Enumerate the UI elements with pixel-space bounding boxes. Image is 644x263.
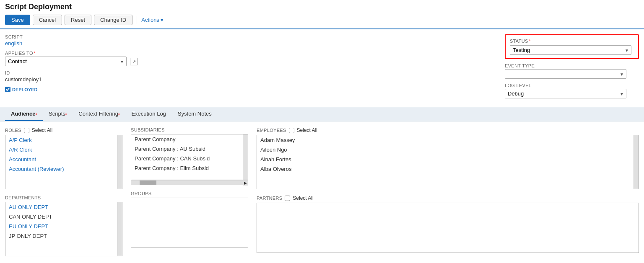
list-item[interactable]: JP ONLY DEPT — [5, 231, 122, 241]
applies-to-label: APPLIES TO* — [5, 51, 505, 56]
list-item[interactable]: Parent Company : Elim Subsid — [131, 163, 248, 173]
employees-list: Adam Massey Aileen Ngo Ainah Fortes Alba… — [257, 135, 639, 189]
tab-audience[interactable]: Audience• — [5, 107, 43, 121]
tabs-bar: Audience• Scripts• Context Filtering• Ex… — [0, 107, 644, 121]
departments-list: AU ONLY DEPT CAN ONLY DEPT EU ONLY DEPT … — [5, 202, 122, 256]
list-item[interactable]: Adam Massey — [257, 135, 639, 145]
groups-list — [131, 198, 248, 248]
list-item[interactable]: Accountant (Reviewer) — [5, 164, 122, 174]
toolbar-divider — [137, 16, 137, 24]
external-link-icon[interactable]: ↗ — [130, 58, 138, 65]
tab-execution-log[interactable]: Execution Log — [125, 107, 171, 121]
tab-system-notes[interactable]: System Notes — [172, 107, 218, 121]
event-type-label: EVENT TYPE — [505, 63, 639, 68]
employees-title: EMPLOYEES — [257, 128, 286, 133]
change-id-button[interactable]: Change ID — [94, 15, 132, 25]
list-item[interactable]: Parent Company — [131, 134, 248, 144]
status-select[interactable]: Testing Released Not Scheduled — [510, 45, 631, 55]
partners-list — [257, 203, 639, 253]
partners-title: PARTNERS — [257, 196, 282, 201]
page-title: Script Deployment — [5, 3, 639, 11]
roles-list: A/P Clerk A/R Clerk Accountant Accountan… — [5, 135, 122, 189]
list-item[interactable]: Parent Company : CAN Subsid — [131, 154, 248, 163]
employees-select-all-checkbox[interactable] — [289, 128, 294, 133]
list-item[interactable]: Accountant — [5, 155, 122, 164]
list-item[interactable]: Ainah Fortes — [257, 155, 639, 164]
departments-title: DEPARTMENTS — [5, 195, 41, 200]
tab-scripts[interactable]: Scripts• — [43, 107, 73, 121]
scrollbar[interactable] — [634, 135, 639, 189]
partners-select-all-checkbox[interactable] — [285, 196, 290, 201]
roles-title: ROLES — [5, 128, 21, 133]
partners-select-all-label: Select All — [293, 195, 313, 201]
list-item[interactable]: EU ONLY DEPT — [5, 222, 122, 231]
tab-context-filtering[interactable]: Context Filtering• — [73, 107, 125, 121]
event-type-select[interactable] — [505, 69, 626, 79]
applies-to-select[interactable]: Contact — [5, 57, 127, 66]
scrollbar[interactable] — [117, 202, 122, 256]
log-level-select[interactable]: Debug Audit Error Emergency System — [505, 89, 626, 98]
scroll-right-arrow[interactable]: ▶ — [243, 180, 248, 186]
roles-select-all-label: Select All — [32, 127, 52, 133]
deployed-label: DEPLOYED — [12, 87, 38, 92]
list-item[interactable]: AU ONLY DEPT — [5, 202, 122, 212]
employees-select-all-label: Select All — [297, 127, 317, 133]
roles-select-all-checkbox[interactable] — [24, 128, 29, 133]
list-item[interactable]: Parent Company : AU Subsid — [131, 144, 248, 154]
scrollbar[interactable] — [243, 134, 248, 180]
list-item[interactable]: Alba Olveros — [257, 164, 639, 174]
log-level-label: LOG LEVEL — [505, 83, 639, 88]
subsidiaries-list: Parent Company Parent Company : AU Subsi… — [131, 134, 248, 180]
list-item[interactable]: A/R Clerk — [5, 145, 122, 155]
groups-title: GROUPS — [131, 191, 151, 196]
status-label: STATUS* — [510, 39, 634, 44]
id-value: customdeploy1 — [5, 76, 505, 83]
list-item[interactable]: A/P Clerk — [5, 135, 122, 145]
subsidiaries-title: SUBSIDIARIES — [131, 127, 165, 132]
list-item[interactable]: Aileen Ngo — [257, 145, 639, 155]
scrollbar[interactable] — [117, 135, 122, 189]
reset-button[interactable]: Reset — [65, 15, 91, 25]
deployed-checkbox[interactable] — [5, 87, 10, 92]
id-label: ID — [5, 70, 505, 75]
cancel-button[interactable]: Cancel — [33, 15, 62, 25]
save-button[interactable]: Save — [5, 15, 30, 25]
actions-menu-button[interactable]: Actions ▾ — [141, 17, 164, 23]
horizontal-scrollbar-thumb[interactable] — [140, 180, 156, 185]
script-value[interactable]: english — [5, 40, 505, 46]
script-label: SCRIPT — [5, 34, 505, 39]
list-item[interactable]: CAN ONLY DEPT — [5, 212, 122, 222]
